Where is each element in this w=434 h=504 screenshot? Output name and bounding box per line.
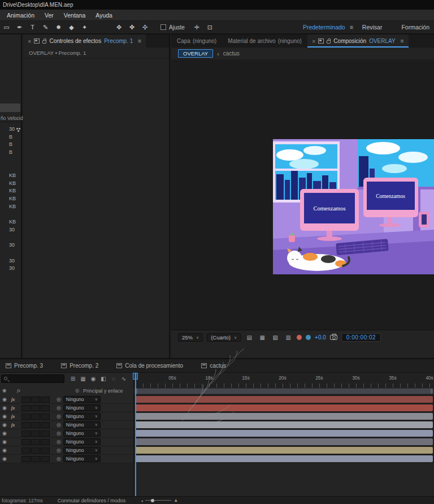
layer-switches[interactable] [21,413,50,420]
exposure-icon[interactable] [306,335,311,340]
project-panel-selection[interactable] [0,104,20,112]
workspace-menu-icon[interactable]: ≡ [350,24,353,31]
composition-canvas[interactable]: Comenzamos Comenzamos [273,139,434,274]
puppet-tool-icon[interactable]: ✣ [138,24,151,31]
breadcrumb-previous-comp[interactable]: cactus [223,50,240,57]
zoom-in-icon[interactable]: ▲ [173,498,178,503]
roto-refine-tool-icon[interactable]: ✥ [112,24,125,31]
parent-select[interactable]: Ninguno∨ [63,421,101,428]
workspace-formacion[interactable]: Formación [401,24,429,31]
layer-switches[interactable] [21,439,50,445]
playhead-handle[interactable] [133,373,138,380]
tab-precomp-2[interactable]: Precomp. 2 [61,363,98,369]
parent-link-header[interactable]: Principal y enlace [83,388,123,394]
layer-visibility-toggle[interactable]: ◉ [1,430,8,436]
motion-blur-icon[interactable]: ◌ [108,374,119,384]
tab-precomp-3[interactable]: Precomp. 3 [6,363,43,369]
layer-switches[interactable] [21,447,50,454]
roto-brush-tool-icon[interactable]: ✦ [78,24,91,31]
region-of-interest-icon[interactable]: ▥ [284,334,293,341]
layer-switches[interactable] [21,456,50,462]
layer-duration-bar[interactable] [136,396,433,403]
layer-duration-bar[interactable] [136,455,433,462]
tab-cactus[interactable]: cactus [201,363,226,369]
layer-duration-bar[interactable] [136,438,433,445]
parent-select[interactable]: Ninguno∨ [63,413,101,420]
panel-menu-icon[interactable]: ≡ [138,38,141,44]
layer-duration-bar[interactable] [136,404,433,411]
layer-visibility-toggle[interactable]: ◉ [1,397,8,402]
parent-select[interactable]: Ninguno∨ [63,404,101,411]
time-ruler[interactable]: 05s 10s 15s 20s 25s 30s 35s 40s [134,373,434,387]
tab-footage-viewer[interactable]: Material de archivo (ninguno) [222,35,307,48]
layer-visibility-toggle[interactable]: ◉ [1,456,8,462]
layer-visibility-toggle[interactable]: ◉ [1,413,8,419]
workspace-predeterminado[interactable]: Predeterminado [303,24,345,31]
parent-pickwhip-icon[interactable]: ◎ [57,397,61,402]
parent-select[interactable]: Ninguno∨ [63,430,101,437]
shape-tool-icon[interactable]: ▭ [0,24,13,31]
playhead-line[interactable] [135,373,136,496]
layer-switches[interactable] [21,422,50,428]
type-tool-icon[interactable]: T [26,24,39,31]
layer-visibility-toggle[interactable]: ◉ [1,405,8,411]
pan-behind-tool-icon[interactable]: ✛ [190,24,203,31]
exposure-value[interactable]: +0.0 [315,334,326,341]
viewer-timecode[interactable]: 0:00:00:02 [341,333,381,342]
layer-switches[interactable] [21,397,50,403]
eraser-tool-icon[interactable]: ◆ [65,24,78,31]
parent-pickwhip-icon[interactable]: ◎ [57,405,61,411]
composition-viewport[interactable]: Comenzamos Comenzamos [171,59,434,344]
clone-stamp-tool-icon[interactable]: ✹ [52,24,65,31]
tab-render-queue[interactable]: Cola de procesamiento [116,363,183,369]
resolution-select[interactable]: (Cuarto)∨ [207,333,241,342]
timeline-search-input[interactable] [1,374,64,383]
draft-3d-icon[interactable]: ▦ [78,374,88,384]
menu-animacion[interactable]: Animación [2,10,40,20]
workspace-revisar[interactable]: Revisar [362,24,383,31]
parent-select[interactable]: Ninguno∨ [63,438,101,445]
graph-editor-icon[interactable]: ∿ [119,374,129,384]
layer-visibility-toggle[interactable]: ◉ [1,422,8,428]
tab-effect-controls[interactable]: × Controles de efectos Precomp. 1 ≡ [23,35,146,48]
always-preview-icon[interactable]: ▤ [245,334,254,341]
panel-menu-icon[interactable]: ≡ [401,38,404,44]
breadcrumb-current-comp[interactable]: OVERLAY [178,49,213,58]
tab-composition-viewer[interactable]: × Composición OVERLAY ≡ [307,35,409,48]
menu-ventana[interactable]: Ventana [59,10,91,20]
layer-visibility-toggle[interactable]: ◉ [1,447,8,453]
snap-checkbox[interactable] [160,24,166,30]
parent-select[interactable]: Ninguno∨ [63,455,101,462]
zoom-slider-knob[interactable] [151,499,154,502]
layer-visibility-toggle[interactable]: ◉ [1,439,8,445]
transparency-grid-icon[interactable]: ▦ [258,334,267,341]
parent-select[interactable]: Ninguno∨ [63,396,101,403]
parent-pickwhip-icon[interactable]: ◎ [57,430,61,436]
close-icon[interactable]: × [28,38,31,45]
layer-duration-bar[interactable] [136,430,433,437]
parent-pickwhip-icon[interactable]: ◎ [57,447,61,453]
parent-pickwhip-icon[interactable]: ◎ [57,456,61,462]
timeline-zoom-control[interactable]: ▴ ▲ [141,498,178,503]
brush-tool-icon[interactable]: ✎ [39,24,52,31]
tab-layer-viewer[interactable]: Capa (ninguno) [171,35,222,48]
parent-select[interactable]: Ninguno∨ [63,447,101,454]
lock-icon[interactable] [327,40,331,44]
layer-duration-bar[interactable] [136,447,433,454]
parent-pickwhip-icon[interactable]: ◎ [57,422,61,428]
parent-pickwhip-icon[interactable]: ◎ [57,439,61,445]
close-icon[interactable]: × [312,38,315,45]
lock-icon[interactable] [42,40,46,44]
menu-ver[interactable]: Ver [40,10,59,20]
layer-duration-bar[interactable] [136,421,433,428]
work-area-strip[interactable] [134,387,434,395]
frame-tool-icon[interactable]: ⊡ [203,24,216,31]
hide-shy-layers-icon[interactable]: ◉ [88,374,98,384]
mask-visibility-icon[interactable]: ▧ [271,334,280,341]
menu-ayuda[interactable]: Ayuda [90,10,118,20]
edge-tool-icon[interactable]: ✤ [125,24,138,31]
layer-switches[interactable] [21,405,50,411]
snapshot-camera-icon[interactable] [330,335,337,340]
fast-previews-icon[interactable] [297,335,302,340]
layer-duration-bar[interactable] [136,413,433,420]
